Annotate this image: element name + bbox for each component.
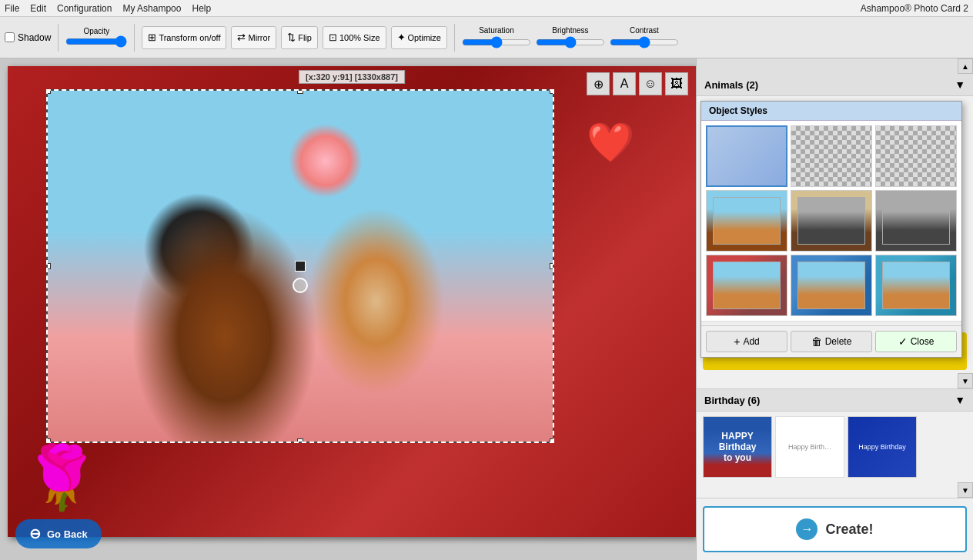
rotate-handle[interactable]: [293, 278, 308, 293]
menu-file[interactable]: File: [5, 3, 19, 14]
right-panel: ▲ Animals (2) ▼ ✕ Object Styles: [696, 58, 973, 560]
brightness-label: Brightness: [552, 26, 588, 35]
shadow-group: Shadow: [5, 32, 51, 43]
bday-thumb-3[interactable]: Happy Birthday: [848, 416, 917, 478]
brightness-slider[interactable]: [536, 36, 605, 48]
sep3: [454, 24, 455, 52]
size-icon: ⊡: [329, 32, 337, 43]
handle-tr[interactable]: [550, 89, 554, 94]
style-thumb-3[interactable]: [875, 125, 957, 187]
canvas-toolbar: ⊕ A ☺ 🖼: [587, 72, 688, 95]
menu-myashampoo[interactable]: My Ashampoo: [122, 3, 181, 14]
animals-chevron[interactable]: ▼: [955, 78, 965, 91]
handle-br[interactable]: [550, 438, 554, 443]
canvas-icon-face[interactable]: ☺: [639, 72, 662, 95]
optimize-label: Optimize: [408, 33, 441, 42]
coord-info: [x:320 y:91] [1330x887]: [299, 70, 405, 84]
birthday-section: Birthday (6) ▼ HAPPYBirthdayto you Happy…: [697, 388, 973, 482]
canvas-icon-image[interactable]: 🖼: [665, 72, 688, 95]
go-back-button[interactable]: ⊖ Go Back: [15, 519, 102, 548]
create-button[interactable]: → Create!: [703, 506, 967, 552]
handle-tl[interactable]: [46, 89, 51, 94]
bday-text-3: Happy Birthday: [858, 443, 906, 451]
mirror-button[interactable]: ⇄ Mirror: [231, 26, 276, 49]
scroll-bottom-arrow[interactable]: ▼: [958, 482, 973, 498]
photo-frame[interactable]: [46, 89, 554, 443]
birthday-section-header: Birthday (6) ▼: [697, 389, 973, 412]
transform-button[interactable]: ⊞ Transform on/off: [142, 26, 226, 49]
style-thumb-5[interactable]: [791, 190, 872, 252]
popup-title: Object Styles: [701, 102, 961, 121]
shadow-label: Shadow: [18, 32, 51, 43]
canvas-icon-copy[interactable]: ⊕: [587, 72, 610, 95]
scroll-mid-arrow[interactable]: ▼: [958, 373, 973, 388]
bday-thumb-2[interactable]: Happy Birth…: [775, 416, 844, 478]
opacity-slider[interactable]: [65, 35, 127, 48]
style-thumb-8[interactable]: [791, 255, 872, 316]
main-area: 🌹 ❤️ [x:320 y:9: [0, 58, 973, 560]
saturation-group: Saturation: [462, 26, 531, 48]
bottom-scroll: ▼: [697, 482, 973, 498]
flip-button[interactable]: ⇅ Flip: [281, 26, 318, 49]
style-thumb-9[interactable]: [875, 255, 957, 316]
transform-label: Transform on/off: [159, 33, 220, 42]
optimize-button[interactable]: ✦ Optimize: [391, 26, 447, 49]
style-thumb-1[interactable]: [706, 125, 787, 187]
popup-actions: + Add 🗑 Delete ✓ Close: [701, 325, 961, 357]
delete-button[interactable]: 🗑 Delete: [791, 331, 872, 352]
heart-decoration: ❤️: [587, 120, 634, 165]
animals-section-header: Animals (2) ▼: [697, 74, 973, 96]
scroll-up-arrow[interactable]: ▲: [958, 58, 973, 74]
add-button[interactable]: + Add: [706, 331, 787, 352]
app-title: Ashampoo® Photo Card 2: [861, 3, 968, 14]
close-icon: ✓: [898, 335, 908, 348]
delete-icon: 🗑: [811, 335, 822, 348]
birthday-chevron[interactable]: ▼: [955, 394, 965, 406]
mid-scroll: ▼: [697, 373, 973, 388]
size-button[interactable]: ⊡ 100% Size: [323, 26, 386, 49]
canvas-area[interactable]: 🌹 ❤️ [x:320 y:9: [0, 58, 696, 560]
size-label: 100% Size: [339, 33, 380, 42]
bday-text-1: HAPPYBirthdayto you: [719, 431, 757, 463]
handle-tc[interactable]: [297, 89, 303, 94]
canvas-icon-text[interactable]: A: [613, 72, 636, 95]
handle-mr[interactable]: [550, 263, 554, 269]
flip-label: Flip: [298, 33, 312, 42]
mini-photo-4: [713, 197, 781, 245]
style-thumb-4[interactable]: [706, 190, 787, 252]
handle-bc[interactable]: [297, 438, 303, 443]
contrast-slider[interactable]: [610, 36, 679, 48]
create-label: Create!: [825, 522, 873, 538]
shadow-checkbox[interactable]: [5, 32, 15, 42]
go-back-icon: ⊖: [29, 525, 41, 542]
style-thumb-7[interactable]: [706, 255, 787, 316]
menu-configuration[interactable]: Configuration: [57, 3, 112, 14]
center-handle[interactable]: [295, 261, 306, 272]
mirror-icon: ⇄: [237, 32, 246, 43]
go-back-label: Go Back: [47, 528, 88, 540]
style-thumb-2[interactable]: [791, 125, 872, 187]
sep2: [134, 24, 135, 52]
opacity-label: Opacity: [83, 27, 109, 35]
flip-icon: ⇅: [287, 32, 296, 43]
handle-bl[interactable]: [46, 438, 51, 443]
birthday-title: Birthday (6): [704, 395, 760, 406]
menu-help[interactable]: Help: [192, 3, 211, 14]
create-section: → Create!: [697, 498, 973, 560]
menu-edit[interactable]: Edit: [30, 3, 46, 14]
mini-photo-6: [882, 197, 950, 245]
menubar: File Edit Configuration My Ashampoo Help…: [0, 0, 973, 17]
mini-photo-8: [797, 262, 865, 309]
add-label: Add: [743, 336, 759, 347]
close-button[interactable]: ✓ Close: [875, 331, 957, 352]
styles-grid: [701, 121, 961, 321]
object-styles-popup: Object Styles: [700, 101, 962, 358]
style-thumb-6[interactable]: [875, 190, 957, 252]
animals-title: Animals (2): [704, 79, 758, 91]
bday-thumb-1[interactable]: HAPPYBirthdayto you: [703, 416, 772, 478]
saturation-label: Saturation: [479, 26, 514, 35]
delete-label: Delete: [825, 336, 852, 347]
brightness-group: Brightness: [536, 26, 605, 48]
handle-ml[interactable]: [46, 263, 51, 269]
saturation-slider[interactable]: [462, 36, 531, 48]
